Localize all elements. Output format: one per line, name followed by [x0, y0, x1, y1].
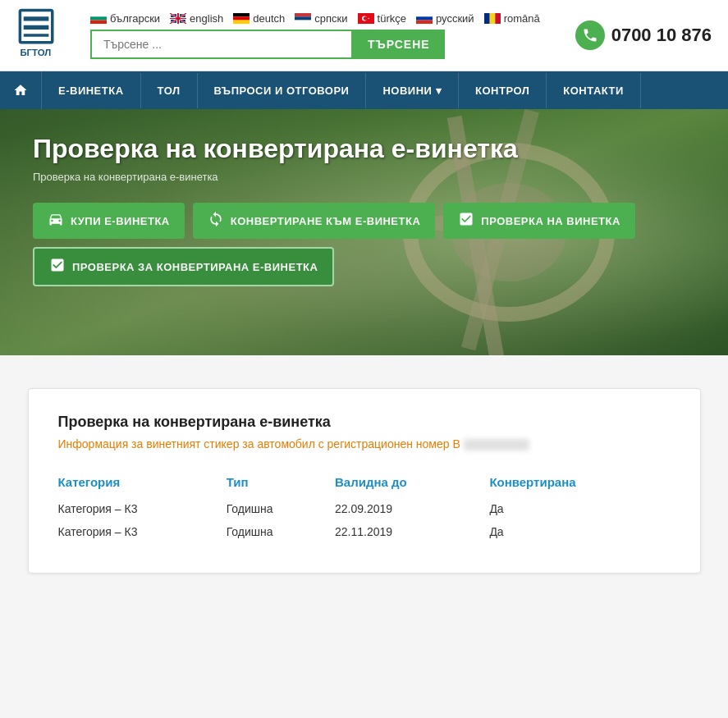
svg-rect-22 — [295, 16, 311, 20]
home-icon — [13, 83, 28, 98]
hero-title: Проверка на конвертирана е-винетка — [33, 134, 695, 164]
card-title: Проверка на конвертирана е-винетка — [58, 414, 671, 431]
btn-convert-vignette[interactable]: КОНВЕРТИРАНЕ КЪМ Е-ВИНЕТКА — [193, 203, 436, 239]
row2-converted: Да — [489, 520, 670, 543]
svg-rect-19 — [233, 16, 250, 20]
logo-area: БГТОЛ — [16, 7, 74, 64]
hero-section: Проверка на конвертирана е-винетка Прове… — [0, 109, 728, 355]
lang-ro-label: română — [504, 12, 540, 25]
lang-search-area: български english — [90, 12, 575, 59]
main-content: Проверка на конвертирана е-винетка Инфор… — [0, 355, 728, 606]
nav-contacts[interactable]: КОНТАКТИ — [547, 73, 641, 108]
plate-number-blurred — [464, 439, 529, 450]
table-row: Категория – К3 Годишна 22.09.2019 Да — [58, 497, 671, 520]
car-icon — [48, 211, 64, 231]
search-bar: ТЪРСЕНЕ — [90, 30, 445, 59]
btn-buy-label: КУПИ Е-ВИНЕТКА — [71, 215, 170, 227]
nav-home[interactable] — [0, 71, 42, 109]
btn-buy-vignette[interactable]: КУПИ Е-ВИНЕТКА — [33, 203, 185, 239]
checkmark-icon — [458, 211, 474, 231]
col-valid-until: Валидна до — [335, 470, 489, 497]
lang-sr[interactable]: српски — [295, 12, 347, 25]
lang-ru-label: русский — [436, 12, 474, 25]
row1-converted: Да — [489, 497, 670, 520]
card-subtitle: Информация за винетният стикер за автомо… — [58, 437, 671, 450]
svg-rect-33 — [495, 13, 501, 24]
col-type: Тип — [227, 470, 335, 497]
phone-number: 0700 10 876 — [611, 25, 712, 46]
lang-de[interactable]: deutch — [233, 12, 285, 25]
btn-convert-label: КОНВЕРТИРАНЕ КЪМ Е-ВИНЕТКА — [231, 215, 421, 227]
row1-type: Годишна — [227, 497, 335, 520]
btn-check-vignette[interactable]: ПРОВЕРКА НА ВИНЕТКА — [443, 203, 635, 239]
lang-ro[interactable]: română — [484, 12, 540, 25]
lang-ru[interactable]: русский — [416, 12, 474, 25]
search-button[interactable]: ТЪРСЕНЕ — [353, 30, 445, 59]
svg-rect-23 — [295, 20, 311, 23]
phone-area: 0700 10 876 — [575, 21, 712, 50]
nav-faq[interactable]: ВЪПРОСИ И ОТГОВОРИ — [198, 73, 367, 108]
svg-rect-20 — [233, 20, 250, 23]
svg-rect-5 — [90, 13, 107, 16]
vignette-table: Категория Тип Валидна до Конвертирана Ка… — [58, 470, 671, 543]
language-bar: български english — [90, 12, 540, 25]
flag-bg-icon — [90, 13, 107, 24]
phone-icon — [575, 21, 605, 50]
row2-type: Годишна — [227, 520, 335, 543]
lang-tr[interactable]: türkçe — [358, 12, 406, 25]
svg-rect-32 — [489, 13, 495, 24]
svg-rect-28 — [416, 13, 433, 16]
table-row: Категория – К3 Годишна 22.11.2019 Да — [58, 520, 671, 543]
lang-sr-label: српски — [314, 12, 347, 25]
svg-rect-2 — [24, 25, 49, 30]
svg-point-26 — [363, 16, 367, 21]
hero-content: Проверка на конвертирана е-винетка Прове… — [33, 134, 695, 286]
search-input[interactable] — [90, 30, 353, 59]
nav-control[interactable]: КОНТРОЛ — [459, 73, 547, 108]
col-category: Категория — [58, 470, 227, 497]
lang-bg[interactable]: български — [90, 12, 160, 25]
site-header: БГТОЛ български — [0, 0, 728, 71]
flag-tr-icon — [358, 13, 374, 24]
row1-valid-until: 22.09.2019 — [335, 497, 489, 520]
btn-check-converted-label: ПРОВЕРКА ЗА КОНВЕРТИРАНА Е-ВИНЕТКА — [72, 261, 318, 273]
result-card: Проверка на конвертирана е-винетка Инфор… — [28, 388, 701, 574]
svg-rect-31 — [484, 13, 490, 24]
svg-rect-17 — [170, 18, 186, 19]
svg-text:БГТОЛ: БГТОЛ — [20, 48, 51, 57]
lang-bg-label: български — [110, 12, 160, 25]
svg-rect-6 — [90, 16, 107, 20]
hero-breadcrumb: Проверка на конвертирана е-винетка — [33, 171, 695, 183]
flag-sr-icon — [295, 13, 311, 24]
svg-rect-29 — [416, 16, 433, 20]
lang-de-label: deutch — [253, 12, 285, 25]
nav-news[interactable]: НОВИНИ ▾ — [366, 73, 459, 108]
lang-en-label: english — [190, 12, 223, 25]
svg-rect-7 — [90, 20, 107, 23]
check-converted-icon — [49, 257, 66, 277]
lang-tr-label: türkçe — [378, 12, 406, 25]
lang-en[interactable]: english — [170, 12, 223, 25]
flag-ro-icon — [484, 13, 501, 24]
col-converted: Конвертирана — [489, 470, 670, 497]
svg-rect-18 — [233, 13, 250, 16]
flag-en-icon — [170, 13, 186, 24]
svg-rect-30 — [416, 20, 433, 23]
btn-check-label: ПРОВЕРКА НА ВИНЕТКА — [481, 215, 620, 227]
flag-ru-icon — [416, 13, 433, 24]
svg-rect-21 — [295, 13, 311, 16]
nav-evignette[interactable]: Е-ВИНЕТКА — [42, 73, 141, 108]
card-subtitle-prefix: Информация за винетният стикер за автомо… — [58, 437, 460, 450]
logo-svg: БГТОЛ — [16, 7, 74, 64]
svg-rect-1 — [24, 16, 49, 21]
svg-rect-3 — [24, 34, 49, 37]
hero-buttons: КУПИ Е-ВИНЕТКА КОНВЕРТИРАНЕ КЪМ Е-ВИНЕТК… — [33, 203, 695, 286]
btn-check-converted[interactable]: ПРОВЕРКА ЗА КОНВЕРТИРАНА Е-ВИНЕТКА — [33, 247, 334, 286]
row2-category: Категория – К3 — [58, 520, 227, 543]
row1-category: Категория – К3 — [58, 497, 227, 520]
convert-icon — [208, 211, 224, 231]
flag-de-icon — [233, 13, 250, 24]
nav-tol[interactable]: ТОЛ — [141, 73, 198, 108]
main-navbar: Е-ВИНЕТКА ТОЛ ВЪПРОСИ И ОТГОВОРИ НОВИНИ … — [0, 71, 728, 109]
row2-valid-until: 22.11.2019 — [335, 520, 489, 543]
